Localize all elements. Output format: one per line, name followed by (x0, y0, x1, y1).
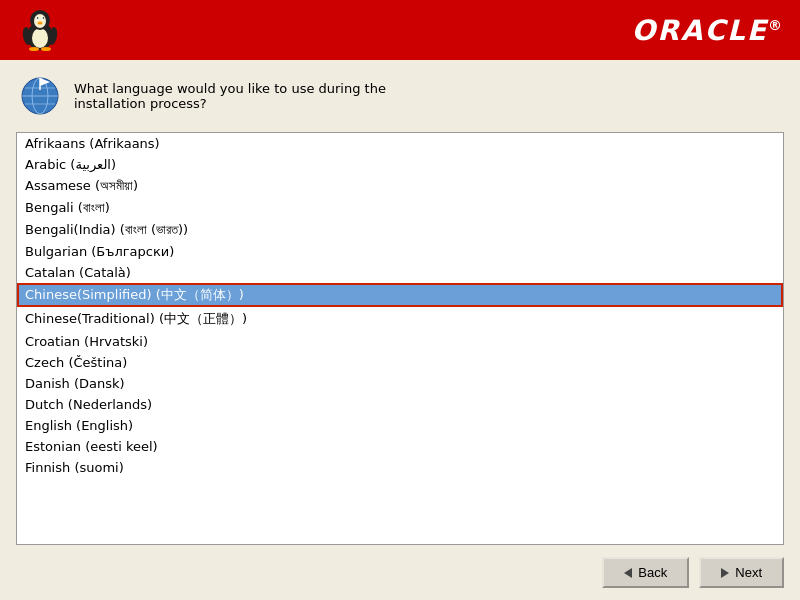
content: What language would you like to use duri… (0, 60, 800, 600)
list-item[interactable]: Croatian (Hrvatski) (17, 331, 783, 352)
list-item[interactable]: Czech (Čeština) (17, 352, 783, 373)
svg-point-7 (43, 17, 45, 19)
list-item[interactable]: Afrikaans (Afrikaans) (17, 133, 783, 154)
language-list[interactable]: Afrikaans (Afrikaans)Arabic (العربية)Ass… (17, 133, 783, 544)
list-item[interactable]: Estonian (eesti keel) (17, 436, 783, 457)
svg-point-10 (41, 47, 51, 51)
next-arrow-icon (721, 568, 729, 578)
svg-point-9 (29, 47, 39, 51)
list-item[interactable]: Assamese (অসমীয়া) (17, 175, 783, 197)
header: ORACLE® (0, 0, 800, 60)
list-item[interactable]: English (English) (17, 415, 783, 436)
question-area: What language would you like to use duri… (0, 60, 800, 132)
list-item[interactable]: Finnish (suomi) (17, 457, 783, 478)
list-item[interactable]: Bulgarian (Български) (17, 241, 783, 262)
tux-icon (16, 6, 64, 54)
list-item[interactable]: Bengali(India) (বাংলা (ভারত)) (17, 219, 783, 241)
back-arrow-icon (624, 568, 632, 578)
list-item[interactable]: Bengali (বাংলা) (17, 197, 783, 219)
back-label: Back (638, 565, 667, 580)
list-item[interactable]: Chinese(Simplified) (中文（简体）) (17, 283, 783, 307)
globe-icon (20, 76, 60, 116)
list-item[interactable]: Chinese(Traditional) (中文（正體）) (17, 307, 783, 331)
next-label: Next (735, 565, 762, 580)
list-item[interactable]: Danish (Dansk) (17, 373, 783, 394)
svg-point-6 (37, 17, 39, 19)
back-button[interactable]: Back (602, 557, 689, 588)
question-text: What language would you like to use duri… (74, 81, 386, 111)
buttons-area: Back Next (0, 545, 800, 600)
list-item[interactable]: Dutch (Nederlands) (17, 394, 783, 415)
svg-point-3 (34, 14, 46, 28)
next-button[interactable]: Next (699, 557, 784, 588)
list-item[interactable]: Arabic (العربية) (17, 154, 783, 175)
svg-point-1 (32, 28, 48, 48)
list-container: Afrikaans (Afrikaans)Arabic (العربية)Ass… (16, 132, 784, 545)
svg-point-8 (38, 22, 43, 25)
list-item[interactable]: Catalan (Català) (17, 262, 783, 283)
oracle-logo: ORACLE® (631, 14, 784, 47)
